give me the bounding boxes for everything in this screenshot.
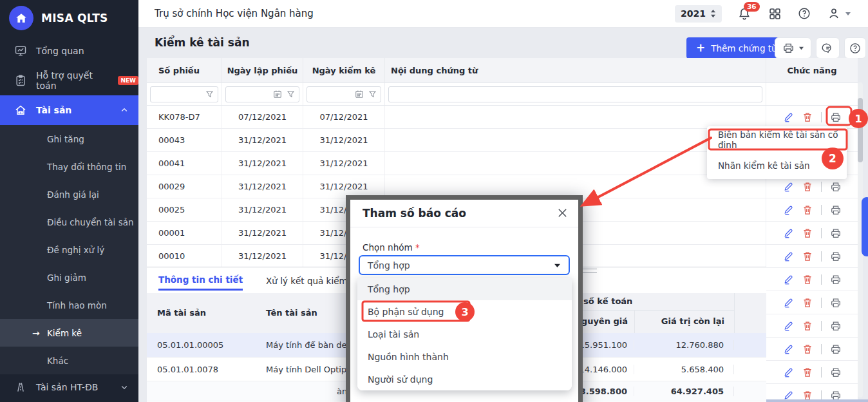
print-button[interactable] <box>830 227 842 239</box>
apps-grid-button[interactable] <box>768 7 782 21</box>
year-selector[interactable]: 2021 <box>675 5 722 23</box>
delete-button[interactable] <box>802 111 813 122</box>
feedback-chat-button[interactable] <box>816 37 840 59</box>
dropdown-option[interactable]: Loại tài sản <box>357 323 572 345</box>
print-button[interactable] <box>830 111 842 123</box>
notifications-button[interactable]: 36 <box>737 6 751 21</box>
print-button[interactable] <box>830 343 842 355</box>
scrollbar-thumb[interactable] <box>858 98 863 162</box>
sidebar-item-label: Tổng quan <box>36 46 84 56</box>
splitter-handle[interactable] <box>583 269 597 273</box>
cell-ma-tai-san: 05.01.01.0078 <box>147 365 258 374</box>
edit-button[interactable] <box>783 274 794 285</box>
page-help-button[interactable] <box>844 37 866 59</box>
submenu-item[interactable]: Tính hao mòn <box>0 291 138 319</box>
cell-so-phieu: 00001 <box>147 222 222 244</box>
submenu-item[interactable]: Điều chuyển tài sản <box>0 208 138 236</box>
edit-button[interactable] <box>783 227 794 238</box>
print-dropdown-button[interactable] <box>775 37 811 59</box>
floating-scroll-handle[interactable] <box>862 197 868 256</box>
funnel-icon[interactable] <box>287 90 295 99</box>
divider <box>821 251 822 262</box>
print-button[interactable] <box>830 297 842 309</box>
group-select[interactable]: Tổng hợp <box>359 255 570 275</box>
table-row[interactable]: KK078-D7 07/12/2021 07/12/2021 <box>147 106 858 129</box>
context-menu-item[interactable]: Biên bản kiểm kê tài sản cố định <box>707 127 847 153</box>
submenu-item[interactable]: Ghi giảm <box>0 263 138 291</box>
dropdown-option[interactable]: Nguồn hình thành <box>357 345 572 368</box>
edit-button[interactable] <box>783 320 794 331</box>
submenu-item[interactable]: Đề nghị xử lý <box>0 236 138 263</box>
calendar-icon[interactable] <box>355 90 364 99</box>
dropdown-option[interactable]: Tổng hợp <box>357 278 572 300</box>
submenu-item[interactable]: → Kiểm kê <box>0 319 138 347</box>
submenu-item-label: Ghi tăng <box>47 134 84 144</box>
filter-input-ngay-kiem-ke[interactable] <box>307 86 381 102</box>
sidebar-item-settlement[interactable]: Hỗ trợ quyết toán NEW <box>0 66 138 95</box>
column-header[interactable]: Nội dung chứng từ <box>385 58 766 82</box>
help-button[interactable] <box>797 6 811 21</box>
print-button[interactable] <box>830 204 842 216</box>
column-header[interactable]: Ngày lập phiếu <box>222 58 303 82</box>
filter-input-noi-dung[interactable] <box>388 86 762 102</box>
submenu-item[interactable]: Khác <box>0 347 138 374</box>
print-button[interactable] <box>830 367 842 378</box>
edit-button[interactable] <box>783 111 794 122</box>
print-button[interactable] <box>830 274 842 285</box>
funnel-icon[interactable] <box>368 90 377 99</box>
funnel-icon[interactable] <box>205 90 214 99</box>
close-button[interactable] <box>557 207 569 219</box>
detail-tab-label: Thông tin chi tiết <box>158 274 243 285</box>
report-params-modal: Tham số báo cáo Chọn nhóm * Tổng hợp Tổn… <box>346 195 583 402</box>
user-menu-button[interactable] <box>827 6 851 21</box>
submenu-item-label: Đánh giá lại <box>47 189 99 200</box>
delete-button[interactable] <box>802 181 813 192</box>
detail-tab[interactable]: Thông tin chi tiết <box>158 274 243 291</box>
new-badge: NEW <box>118 76 138 85</box>
column-header[interactable]: Số phiếu <box>147 58 222 82</box>
column-header: Tên tài sản <box>266 293 317 333</box>
edit-button[interactable] <box>783 204 794 215</box>
delete-button[interactable] <box>802 227 813 238</box>
notification-count-badge: 36 <box>744 2 760 12</box>
caret-down-icon <box>554 263 561 268</box>
print-button[interactable] <box>830 320 842 332</box>
column-header[interactable]: Ngày kiểm kê <box>303 58 385 82</box>
sidebar-item-assets[interactable]: Tài sản <box>0 95 138 125</box>
sidebar-item-overview[interactable]: Tổng quan <box>0 36 138 66</box>
delete-button[interactable] <box>802 367 813 378</box>
dropdown-option[interactable]: Bộ phận sử dụng <box>357 300 572 323</box>
divider <box>821 112 822 122</box>
delete-button[interactable] <box>802 274 813 285</box>
edit-button[interactable] <box>783 343 794 354</box>
delete-button[interactable] <box>802 343 813 354</box>
submenu-item-label: Kiểm kê <box>47 328 82 338</box>
submenu-item-label: Khác <box>47 356 68 366</box>
filter-input-so-phieu[interactable] <box>150 86 218 102</box>
column-header[interactable]: Chức năng <box>766 58 858 82</box>
cell-ngay-lap: 31/12/2021 <box>222 222 303 244</box>
submenu-item[interactable]: Đánh giá lại <box>0 180 138 208</box>
delete-button[interactable] <box>802 297 813 308</box>
dropdown-option[interactable]: Người sử dụng <box>357 368 572 390</box>
delete-button[interactable] <box>802 204 813 215</box>
calendar-icon[interactable] <box>273 90 282 99</box>
dropdown-option-label: Người sử dụng <box>368 374 433 385</box>
add-voucher-button[interactable]: + Thêm chứng từ <box>686 37 787 59</box>
edit-button[interactable] <box>783 297 794 308</box>
sidebar-item-assets-htdb[interactable]: Tài sản HT-ĐB <box>0 374 138 400</box>
edit-button[interactable] <box>783 181 794 192</box>
print-button[interactable] <box>830 251 842 262</box>
cell-ngay-kiem-ke: 07/12/2021 <box>303 106 385 128</box>
divider <box>821 298 822 308</box>
cell-ngay-lap: 31/12/2021 <box>222 129 303 151</box>
delete-button[interactable] <box>802 251 813 262</box>
print-button[interactable] <box>830 181 842 193</box>
delete-button[interactable] <box>802 320 813 331</box>
filter-input-ngay-lap[interactable] <box>225 86 299 102</box>
submenu-item[interactable]: Thay đổi thông tin <box>0 153 138 180</box>
submenu-item[interactable]: Ghi tăng <box>0 125 138 153</box>
edit-button[interactable] <box>783 367 794 378</box>
edit-button[interactable] <box>783 251 794 262</box>
context-menu-item[interactable]: Nhãn kiểm kê tài sản <box>707 153 847 178</box>
